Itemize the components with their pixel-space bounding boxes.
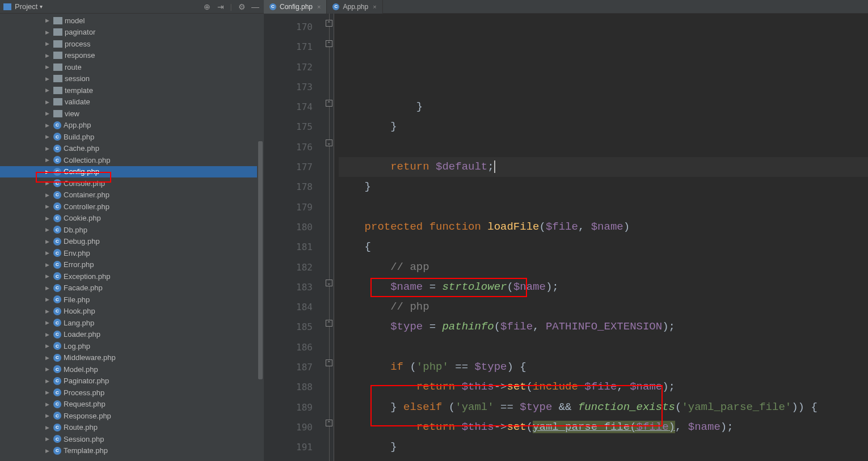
tree-item[interactable]: ▶CMiddleware.php (0, 352, 264, 364)
expand-icon[interactable]: ▶ (45, 53, 51, 58)
expand-icon[interactable]: ▶ (45, 401, 51, 407)
tree-item[interactable]: ▶session (0, 73, 264, 85)
expand-icon[interactable]: ▶ (45, 99, 51, 105)
code-editor[interactable]: 1701711721731741751761771781791801811821… (264, 14, 868, 461)
tree-item[interactable]: ▶CException.php (0, 270, 264, 282)
expand-icon[interactable]: ▶ (45, 308, 51, 314)
gear-icon[interactable]: ⚙ (238, 3, 246, 11)
expand-icon[interactable]: ▶ (45, 157, 51, 163)
tree-item[interactable]: ▶CModel.php (0, 363, 264, 375)
code-line[interactable]: } (339, 117, 868, 137)
fold-marker[interactable]: ⌃ (326, 20, 332, 27)
dropdown-icon[interactable]: ▾ (40, 3, 43, 10)
code-line[interactable]: { (339, 237, 868, 257)
tree-item[interactable]: ▶CDb.php (0, 224, 264, 236)
code-line[interactable] (339, 197, 868, 217)
code-line[interactable] (339, 458, 868, 461)
tree-item[interactable]: ▶template (0, 84, 264, 96)
tree-item[interactable]: ▶response (0, 50, 264, 62)
collapse-icon[interactable]: ⇥ (217, 3, 225, 11)
target-icon[interactable]: ⊕ (203, 3, 211, 11)
expand-icon[interactable]: ▶ (45, 215, 51, 221)
code-line[interactable] (339, 337, 868, 357)
fold-marker[interactable]: ⌃ (326, 420, 332, 426)
expand-icon[interactable]: ▶ (45, 18, 51, 23)
code-line[interactable]: // php (339, 297, 868, 317)
fold-marker[interactable]: ⌄ (326, 139, 332, 146)
tree-item[interactable]: ▶route (0, 61, 264, 73)
expand-icon[interactable]: ▶ (45, 180, 51, 186)
tree-item[interactable]: ▶CLoader.php (0, 329, 264, 341)
expand-icon[interactable]: ▶ (45, 366, 51, 372)
expand-icon[interactable]: ▶ (45, 297, 51, 302)
expand-icon[interactable]: ▶ (45, 273, 51, 279)
expand-icon[interactable]: ▶ (45, 146, 51, 151)
code-line[interactable]: // app (339, 257, 868, 277)
expand-icon[interactable]: ▶ (45, 64, 51, 70)
tree-item[interactable]: ▶CError.php (0, 259, 264, 271)
code-area[interactable]: } } return $default; } protected functio… (334, 14, 868, 461)
tree-item[interactable]: ▶validate (0, 96, 264, 108)
expand-icon[interactable]: ▶ (45, 425, 51, 430)
tree-item[interactable]: ▶CCookie.php (0, 213, 264, 225)
code-line[interactable]: return $default; (339, 157, 868, 177)
tree-item[interactable]: ▶CTemplate.php (0, 445, 264, 457)
code-line[interactable]: } (339, 97, 868, 117)
expand-icon[interactable]: ▶ (45, 448, 51, 454)
expand-icon[interactable]: ▶ (45, 87, 51, 93)
expand-icon[interactable]: ▶ (45, 122, 51, 128)
tab-app-php[interactable]: CApp.php× (327, 0, 382, 14)
expand-icon[interactable]: ▶ (45, 169, 51, 175)
project-label[interactable]: Project (15, 2, 37, 11)
code-line[interactable]: } elseif ('yaml' == $type && function_ex… (339, 397, 868, 417)
tree-item[interactable]: ▶CConfig.php (0, 166, 264, 178)
tree-item[interactable]: ▶CFacade.php (0, 282, 264, 294)
tree-item[interactable]: ▶CCollection.php (0, 154, 264, 166)
tree-item[interactable]: ▶model (0, 15, 264, 27)
tree-item[interactable]: ▶CLog.php (0, 340, 264, 352)
expand-icon[interactable]: ▶ (45, 239, 51, 244)
tree-item[interactable]: ▶CBuild.php (0, 131, 264, 143)
tab-config-php[interactable]: CConfig.php× (264, 0, 327, 14)
tree-item[interactable]: ▶CDebug.php (0, 236, 264, 248)
code-line[interactable]: return $this->set(include $file, $name); (339, 377, 868, 397)
expand-icon[interactable]: ▶ (45, 332, 51, 337)
tree-item[interactable]: ▶CSession.php (0, 433, 264, 445)
tree-item[interactable]: ▶CEnv.php (0, 247, 264, 259)
fold-marker[interactable]: ⌃ (326, 320, 332, 327)
tree-item[interactable]: ▶CPaginator.php (0, 375, 264, 387)
code-line[interactable]: } (339, 177, 868, 197)
code-line[interactable]: } (339, 437, 868, 457)
tree-item[interactable]: ▶CHook.php (0, 306, 264, 318)
tree-item[interactable]: ▶CRoute.php (0, 422, 264, 434)
tree-item[interactable]: ▶CFile.php (0, 294, 264, 306)
expand-icon[interactable]: ▶ (45, 41, 51, 46)
tree-item[interactable]: ▶paginator (0, 27, 264, 39)
tree-item[interactable]: ▶process (0, 38, 264, 50)
expand-icon[interactable]: ▶ (45, 390, 51, 395)
tree-item[interactable]: ▶CLang.php (0, 317, 264, 329)
fold-marker[interactable]: ⌃ (326, 100, 332, 107)
expand-icon[interactable]: ▶ (45, 76, 51, 82)
sidebar-scrollbar[interactable] (257, 14, 264, 461)
code-line[interactable]: $type = pathinfo($file, PATHINFO_EXTENSI… (339, 317, 868, 337)
expand-icon[interactable]: ▶ (45, 413, 51, 418)
project-sidebar[interactable]: ▶model▶paginator▶process▶response▶route▶… (0, 14, 264, 461)
expand-icon[interactable]: ▶ (45, 378, 51, 384)
expand-icon[interactable]: ▶ (45, 250, 51, 256)
fold-marker[interactable]: ⌄ (326, 280, 332, 286)
tree-item[interactable]: ▶CController.php (0, 201, 264, 213)
code-line[interactable]: protected function loadFile($file, $name… (339, 217, 868, 237)
expand-icon[interactable]: ▶ (45, 192, 51, 198)
expand-icon[interactable]: ▶ (45, 343, 51, 349)
expand-icon[interactable]: ▶ (45, 227, 51, 232)
tree-item[interactable]: ▶CRequest.php (0, 399, 264, 411)
code-line[interactable]: $name = strtolower($name); (339, 277, 868, 297)
expand-icon[interactable]: ▶ (45, 436, 51, 442)
expand-icon[interactable]: ▶ (45, 355, 51, 361)
tree-item[interactable]: ▶view (0, 108, 264, 120)
tree-item[interactable]: ▶CProcess.php (0, 387, 264, 399)
expand-icon[interactable]: ▶ (45, 29, 51, 35)
fold-column[interactable]: ⌃ ⌃ ⌃ ⌄ ⌄ ⌃ ⌃ ⌃ (325, 14, 334, 461)
fold-marker[interactable]: ⌃ (326, 40, 332, 47)
